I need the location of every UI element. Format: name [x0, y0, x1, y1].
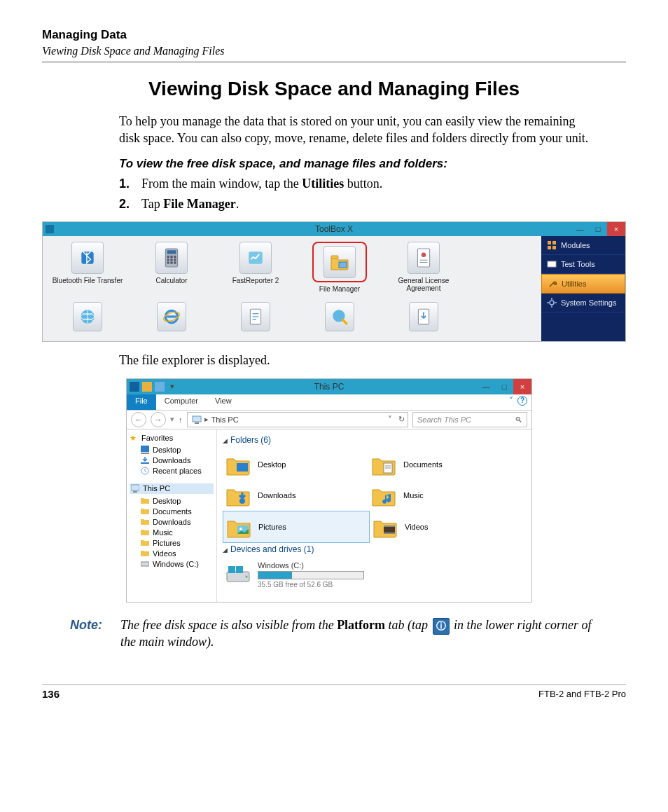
ribbon-tab-file[interactable]: File: [127, 394, 156, 410]
tile-fastreporter2[interactable]: FastReporter 2: [214, 242, 298, 298]
tile-label: FastReporter 2: [232, 277, 279, 284]
close-button[interactable]: ×: [607, 222, 625, 236]
svg-rect-48: [237, 463, 248, 472]
folder-label: Pictures: [258, 523, 286, 531]
downloads-icon: [141, 456, 150, 465]
page-number: 136: [42, 688, 60, 700]
sidebar-test-tools[interactable]: Test Tools: [541, 255, 625, 274]
tree-item-pictures[interactable]: Pictures: [130, 538, 214, 549]
sidebar-utilities[interactable]: Utilities: [541, 274, 625, 294]
drive-usage-bar: [258, 571, 364, 579]
step-1: 1. From the main window, tap the Utiliti…: [119, 177, 598, 191]
drive-name: Windows (C:): [258, 561, 364, 570]
tree-item-windows-c[interactable]: Windows (C:): [130, 559, 214, 570]
folders-section-header[interactable]: ◢Folders (6): [223, 435, 526, 445]
tree-item-documents[interactable]: Documents: [130, 507, 214, 517]
nav-forward-button[interactable]: →: [151, 412, 166, 427]
ribbon-chevron-icon[interactable]: ˅: [509, 396, 513, 406]
tile-general-license-agreement[interactable]: General License Agreement: [382, 242, 466, 298]
folder-icon: [225, 453, 251, 476]
drive-free-text: 35.5 GB free of 52.6 GB: [258, 581, 364, 589]
folder-documents[interactable]: Documents: [368, 449, 514, 480]
ribbon-tab-computer[interactable]: Computer: [156, 394, 207, 410]
tree-item-downloads[interactable]: Downloads: [130, 517, 214, 528]
breadcrumb: This PC: [211, 415, 239, 424]
tile-partial-3[interactable]: [214, 302, 298, 337]
tree-item-desktop[interactable]: Desktop: [130, 496, 214, 507]
note-label: Note:: [70, 618, 112, 633]
nav-back-button[interactable]: ←: [131, 412, 146, 427]
tile-bluetooth-file-transfer[interactable]: Bluetooth File Transfer: [46, 242, 130, 298]
tile-partial-4[interactable]: [298, 302, 382, 337]
svg-rect-57: [384, 532, 395, 534]
page-footer: 136 FTB-2 and FTB-2 Pro: [42, 684, 626, 700]
tile-label: Calculator: [155, 277, 187, 284]
close-button[interactable]: ×: [513, 379, 531, 394]
gear-icon: [547, 298, 557, 308]
sidebar-modules[interactable]: Modules: [541, 236, 625, 255]
search-icon: 🔍︎: [515, 415, 522, 424]
help-icon[interactable]: ?: [517, 396, 527, 406]
address-box[interactable]: ▸ This PC ˅ ↻: [187, 412, 409, 427]
tree-item-recent[interactable]: Recent places: [130, 466, 214, 476]
svg-rect-4: [170, 255, 172, 257]
folder-icon: [371, 484, 396, 507]
ql-icon[interactable]: [142, 382, 152, 392]
tree-item-downloads[interactable]: Downloads: [130, 455, 214, 466]
pc-icon: [192, 415, 202, 424]
calculator-icon: [155, 242, 188, 274]
svg-rect-11: [174, 261, 176, 263]
quick-launch-icons: ▾: [130, 382, 180, 392]
folder-pictures[interactable]: Pictures: [223, 511, 370, 543]
tree-item-music[interactable]: Music: [130, 528, 214, 538]
search-placeholder: Search This PC: [417, 415, 471, 424]
step-text: From the main window, tap the Utilities …: [141, 177, 382, 191]
tile-partial-1[interactable]: [46, 302, 130, 337]
step-number: 1.: [119, 177, 133, 191]
tile-calculator[interactable]: Calculator: [130, 242, 214, 298]
search-input[interactable]: Search This PC 🔍︎: [412, 412, 527, 427]
folder-label: Desktop: [258, 460, 286, 469]
maximize-button[interactable]: □: [495, 379, 513, 394]
tree-favorites[interactable]: ★ Favorites: [130, 434, 214, 443]
svg-rect-15: [417, 249, 429, 267]
tile-file-manager[interactable]: File Manager: [298, 242, 382, 298]
folder-music[interactable]: Music: [368, 480, 514, 511]
tile-partial-2[interactable]: [130, 302, 214, 337]
folder-icon: [141, 507, 150, 516]
svg-rect-38: [155, 382, 165, 392]
tile-partial-5[interactable]: [382, 302, 466, 337]
address-dropdown-icon[interactable]: ˅: [388, 415, 392, 424]
modules-icon: [547, 240, 557, 250]
sidebar-label: Utilities: [562, 280, 586, 288]
toolbox-title: ToolBox X: [315, 224, 353, 234]
ribbon-tab-view[interactable]: View: [207, 394, 240, 410]
minimize-button[interactable]: —: [477, 379, 495, 394]
tree-this-pc[interactable]: This PC: [130, 483, 214, 494]
nav-history-icon[interactable]: ▾: [170, 415, 174, 424]
folder-downloads[interactable]: Downloads: [223, 480, 368, 511]
folder-desktop[interactable]: Desktop: [223, 449, 368, 480]
minimize-button[interactable]: —: [571, 222, 589, 236]
nav-up-button[interactable]: ↑: [179, 415, 183, 424]
maximize-button[interactable]: □: [589, 222, 607, 236]
tree-item-desktop[interactable]: Desktop: [130, 445, 214, 455]
ql-icon[interactable]: [155, 382, 165, 392]
ql-chevron-icon[interactable]: ▾: [170, 382, 180, 392]
svg-rect-5: [174, 255, 176, 257]
svg-point-16: [422, 252, 426, 256]
sidebar-system-settings[interactable]: System Settings: [541, 294, 625, 312]
svg-rect-47: [141, 562, 149, 566]
svg-rect-27: [552, 241, 556, 245]
svg-point-54: [239, 528, 242, 530]
drive-windows-c[interactable]: Windows (C:) 35.5 GB free of 52.6 GB: [223, 558, 526, 591]
folder-videos[interactable]: Videos: [370, 511, 515, 543]
ql-icon[interactable]: [130, 382, 139, 392]
explorer-address-bar: ← → ▾ ↑ ▸ This PC ˅ ↻ Search This PC 🔍︎: [127, 411, 531, 429]
drives-section-header[interactable]: ◢Devices and drives (1): [223, 544, 526, 554]
tree-item-videos[interactable]: Videos: [130, 549, 214, 559]
svg-rect-39: [193, 416, 201, 422]
folder-icon: [225, 484, 251, 507]
toolbox-app-icon: [46, 225, 54, 233]
refresh-icon[interactable]: ↻: [398, 415, 405, 424]
